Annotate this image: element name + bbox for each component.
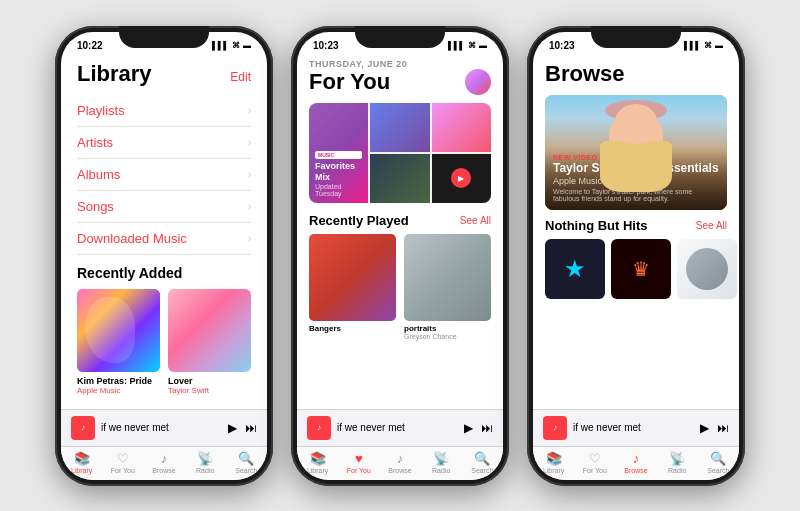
- tab-library[interactable]: 📚 Library: [61, 451, 102, 474]
- recent-artist-portraits: Greyson Chance: [404, 333, 491, 340]
- mini-player[interactable]: ♪ if we never met ▶ ⏭: [297, 409, 503, 446]
- library-list: Playlists › Artists › Albums › Songs: [77, 95, 251, 255]
- tab-radio-label: Radio: [196, 467, 214, 474]
- library-item-label: Songs: [77, 199, 114, 214]
- status-time: 10:23: [549, 40, 575, 51]
- feat-sm-2: [432, 103, 491, 152]
- tab-radio-label: Radio: [432, 467, 450, 474]
- album-card-pride[interactable]: Kim Petras: Pride Apple Music: [77, 289, 160, 396]
- library-item-songs[interactable]: Songs ›: [77, 191, 251, 223]
- play-icon[interactable]: ▶: [228, 421, 237, 435]
- recent-art-bangers: [309, 234, 396, 321]
- browse-screen-content: Browse NEW VIDEO Taylor S: [533, 55, 739, 480]
- tab-radio-label: Radio: [668, 467, 686, 474]
- notch: [355, 26, 445, 48]
- screen-foryou: 10:23 ▌▌▌ ⌘ ▬ THURSDAY, JUNE 20 For You: [297, 32, 503, 480]
- tab-radio[interactable]: 📡 Radio: [657, 451, 698, 474]
- tab-bar-foryou: 📚 Library ♥ For You ♪ Browse 📡 Radio: [297, 446, 503, 480]
- tab-library-icon: 📚: [310, 451, 326, 466]
- library-item-playlists[interactable]: Playlists ›: [77, 95, 251, 127]
- library-item-albums[interactable]: Albums ›: [77, 159, 251, 191]
- mini-player-controls: ▶ ⏭: [700, 421, 729, 435]
- tab-search-icon: 🔍: [710, 451, 726, 466]
- tab-library-icon: 📚: [74, 451, 90, 466]
- tab-library-icon: 📚: [546, 451, 562, 466]
- status-time: 10:23: [313, 40, 339, 51]
- foryou-content: THURSDAY, JUNE 20 For You MUSIC Favorite…: [297, 55, 503, 409]
- status-icons: ▌▌▌ ⌘ ▬: [684, 41, 723, 50]
- mini-player-controls: ▶ ⏭: [464, 421, 493, 435]
- library-item-label: Albums: [77, 167, 120, 182]
- mini-player[interactable]: ♪ if we never met ▶ ⏭: [61, 409, 267, 446]
- tab-foryou[interactable]: ♡ For You: [574, 451, 615, 474]
- nothing-but-hits-section: Nothing But Hits See All ★ ♛: [545, 218, 727, 299]
- browse-title: Browse: [545, 61, 624, 86]
- tab-browse-icon: ♪: [397, 451, 404, 466]
- user-avatar[interactable]: [465, 69, 491, 95]
- featured-card[interactable]: MUSIC Favorites Mix Updated Tuesday ▶: [309, 103, 491, 203]
- nothing-item-3[interactable]: [677, 239, 737, 299]
- foryou-header: For You: [309, 69, 491, 95]
- album-card-lover[interactable]: Lover Taylor Swift: [168, 289, 251, 396]
- foryou-screen-content: THURSDAY, JUNE 20 For You MUSIC Favorite…: [297, 55, 503, 480]
- tab-radio-icon: 📡: [669, 451, 685, 466]
- tab-library[interactable]: 📚 Library: [533, 451, 574, 474]
- skip-icon[interactable]: ⏭: [481, 421, 493, 435]
- tab-browse[interactable]: ♪ Browse: [143, 451, 184, 474]
- mini-player-icon: ♪: [307, 416, 331, 440]
- tab-browse-label: Browse: [152, 467, 175, 474]
- browse-header: Browse: [545, 55, 727, 95]
- edit-button[interactable]: Edit: [230, 70, 251, 84]
- nothing-but-hits-header: Nothing But Hits See All: [545, 218, 727, 233]
- nothing-item-crown[interactable]: ♛: [611, 239, 671, 299]
- library-item-label: Artists: [77, 135, 113, 150]
- mini-player-icon: ♪: [543, 416, 567, 440]
- tab-foryou[interactable]: ♡ For You: [102, 451, 143, 474]
- play-button[interactable]: ▶: [451, 168, 471, 188]
- status-icons: ▌▌▌ ⌘ ▬: [212, 41, 251, 50]
- skip-icon[interactable]: ⏭: [245, 421, 257, 435]
- tab-radio[interactable]: 📡 Radio: [185, 451, 226, 474]
- album-art-pride: [77, 289, 160, 372]
- battery-icon: ▬: [243, 41, 251, 50]
- signal-icon: ▌▌▌: [448, 41, 465, 50]
- play-icon[interactable]: ▶: [700, 421, 709, 435]
- mini-player[interactable]: ♪ if we never met ▶ ⏭: [533, 409, 739, 446]
- recent-art-portraits: [404, 234, 491, 321]
- recent-item-bangers[interactable]: Bangers: [309, 234, 396, 340]
- nothing-grid: ★ ♛: [545, 239, 727, 299]
- tab-browse[interactable]: ♪ Browse: [615, 451, 656, 474]
- tab-search-label: Search: [707, 467, 729, 474]
- skip-icon[interactable]: ⏭: [717, 421, 729, 435]
- library-header: Library Edit: [77, 55, 251, 95]
- feat-main-title: Favorites Mix: [315, 161, 362, 183]
- tab-browse[interactable]: ♪ Browse: [379, 451, 420, 474]
- foryou-date: THURSDAY, JUNE 20: [309, 55, 491, 69]
- nothing-item-star[interactable]: ★: [545, 239, 605, 299]
- tab-search[interactable]: 🔍 Search: [462, 451, 503, 474]
- mini-player-title: if we never met: [573, 422, 694, 433]
- tab-radio-icon: 📡: [433, 451, 449, 466]
- phone-foryou: 10:23 ▌▌▌ ⌘ ▬ THURSDAY, JUNE 20 For You: [291, 26, 509, 486]
- tab-bar-library: 📚 Library ♡ For You ♪ Browse 📡 Radio: [61, 446, 267, 480]
- browse-featured[interactable]: NEW VIDEO Taylor Swift Video Essentials …: [545, 95, 727, 210]
- recent-item-portraits[interactable]: portraits Greyson Chance: [404, 234, 491, 340]
- phone-browse: 10:23 ▌▌▌ ⌘ ▬ Browse: [527, 26, 745, 486]
- play-icon[interactable]: ▶: [464, 421, 473, 435]
- tab-foryou[interactable]: ♥ For You: [338, 451, 379, 474]
- library-content: Library Edit Playlists › Artists ›: [61, 55, 267, 409]
- library-item-downloaded[interactable]: Downloaded Music ›: [77, 223, 251, 255]
- recently-played-see-all[interactable]: See All: [460, 215, 491, 226]
- tab-library[interactable]: 📚 Library: [297, 451, 338, 474]
- battery-icon: ▬: [715, 41, 723, 50]
- tab-radio[interactable]: 📡 Radio: [421, 451, 462, 474]
- tab-search[interactable]: 🔍 Search: [226, 451, 267, 474]
- recent-name-portraits: portraits: [404, 324, 491, 333]
- screen-browse: 10:23 ▌▌▌ ⌘ ▬ Browse: [533, 32, 739, 480]
- tab-search[interactable]: 🔍 Search: [698, 451, 739, 474]
- recently-added-title: Recently Added: [77, 265, 251, 281]
- library-title: Library: [77, 61, 152, 87]
- library-item-label: Playlists: [77, 103, 125, 118]
- nothing-but-hits-see-all[interactable]: See All: [696, 220, 727, 231]
- library-item-artists[interactable]: Artists ›: [77, 127, 251, 159]
